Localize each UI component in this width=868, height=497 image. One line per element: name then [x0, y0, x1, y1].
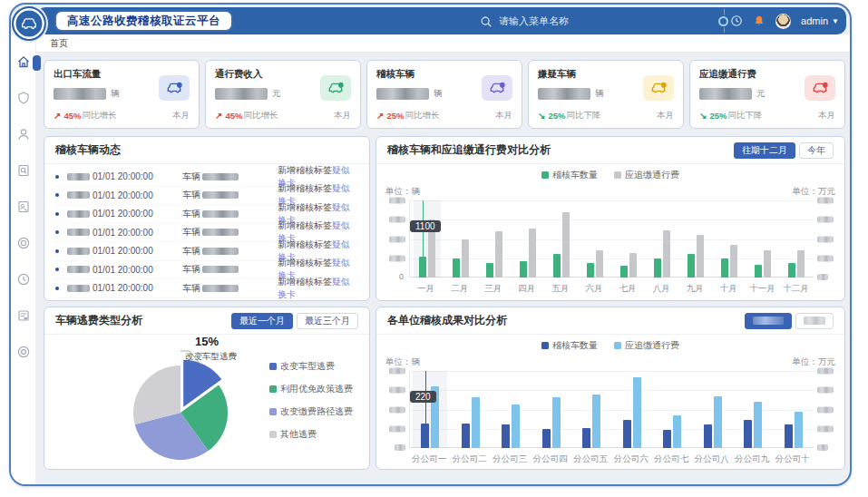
bar-应追缴通行费[interactable]: [562, 212, 570, 278]
bar-应追缴通行费[interactable]: [764, 250, 771, 278]
bar-稽核车数量[interactable]: [462, 424, 470, 449]
redacted-plate: [202, 210, 239, 218]
bar-稽核车数量[interactable]: [620, 266, 628, 278]
y-axis-right: [815, 200, 837, 278]
bar-稽核车数量[interactable]: [721, 258, 728, 278]
bar-稽核车数量[interactable]: [587, 263, 594, 278]
period-label: 本月: [657, 110, 674, 122]
bar-应追缴通行费[interactable]: [472, 397, 480, 448]
x-label: 十月: [720, 283, 737, 295]
range-button-thisyear[interactable]: 今年: [799, 142, 834, 159]
bar-稽核车数量[interactable]: [623, 420, 631, 448]
bar-应追缴通行费[interactable]: [596, 250, 603, 278]
stat-card-trend: ↗45%同比增长本月: [54, 110, 190, 122]
period-label: 本月: [334, 110, 351, 122]
bar-应追缴通行费[interactable]: [714, 396, 722, 448]
bar-应追缴通行费[interactable]: [552, 397, 561, 448]
bar-稽核车数量[interactable]: [785, 424, 793, 448]
range-button-1month[interactable]: 最近一个月: [231, 313, 293, 329]
file-user-icon: [16, 200, 31, 214]
bar-应追缴通行费[interactable]: [495, 231, 502, 278]
bar-应追缴通行费[interactable]: [629, 253, 637, 278]
sidebar-item-user[interactable]: [16, 127, 31, 141]
bar-应追缴通行费[interactable]: [529, 229, 536, 278]
unit-results-chart: 稽核车数量应追缴通行费单位：辆单位：万元220分公司一分公司二分公司三分公司四分…: [376, 335, 844, 470]
bar-应追缴通行费[interactable]: [633, 377, 641, 448]
tab-home[interactable]: 首页: [36, 37, 68, 50]
x-label: 五月: [551, 283, 569, 295]
bar-应追缴通行费[interactable]: [797, 250, 805, 278]
avatar[interactable]: [775, 14, 791, 29]
user-menu[interactable]: admin ▼: [801, 15, 839, 26]
trend-percent: 25%: [548, 111, 565, 121]
sidebar-item-file-user[interactable]: [16, 200, 31, 214]
bar-应追缴通行费[interactable]: [754, 402, 762, 448]
legend-item[interactable]: 利用优免政策逃费: [269, 383, 353, 395]
redacted-plate: [202, 266, 239, 273]
sidebar-item-record-circle[interactable]: [16, 236, 31, 250]
legend-swatch: [541, 342, 549, 349]
bar-稽核车数量[interactable]: [486, 263, 493, 278]
x-label: 四月: [518, 283, 535, 295]
legend-item[interactable]: 稽核车数量: [541, 169, 598, 181]
legend-swatch: [269, 408, 277, 415]
bar-应追缴通行费[interactable]: [663, 230, 670, 278]
panel-title: 稽核车辆动态: [55, 142, 121, 158]
legend-item[interactable]: 改变车型逃费: [269, 360, 353, 373]
legend-item[interactable]: 应追缴通行费: [614, 169, 679, 181]
bar-稽核车数量[interactable]: [654, 258, 661, 278]
report-icon: [16, 308, 31, 323]
x-label: 十二月: [783, 283, 809, 295]
bar-稽核车数量[interactable]: [755, 265, 762, 278]
bar-稽核车数量[interactable]: [663, 430, 671, 448]
bar-稽核车数量[interactable]: [582, 428, 590, 449]
bar-稽核车数量[interactable]: [704, 424, 712, 448]
activity-time: 01/01 20:00:00: [55, 283, 182, 293]
bullet-icon: [55, 287, 59, 290]
legend-item[interactable]: 其他逃费: [269, 428, 353, 441]
range-button-redacted-active[interactable]: [745, 313, 792, 329]
bar-稽核车数量[interactable]: [542, 429, 551, 448]
bar-应追缴通行费[interactable]: [697, 235, 704, 278]
legend-item[interactable]: 应追缴通行费: [614, 339, 679, 352]
bar-应追缴通行费[interactable]: [462, 239, 469, 278]
legend-item[interactable]: 改变缴费路径逃费: [269, 405, 353, 418]
sidebar-item-file-search[interactable]: [16, 163, 31, 178]
stat-card-2: 通行费收入元↗45%同比增长本月: [205, 60, 361, 129]
tooltip-marker-line: [423, 200, 424, 278]
range-button-past12[interactable]: 往期十二月: [734, 142, 795, 159]
bar-应追缴通行费[interactable]: [592, 395, 600, 448]
redacted-value: [699, 88, 752, 100]
sidebar-item-home[interactable]: [16, 54, 31, 69]
bar-应追缴通行费[interactable]: [512, 404, 520, 448]
clock-icon[interactable]: [730, 15, 743, 27]
axis-unit-left: 单位：辆: [385, 356, 420, 368]
range-button-redacted[interactable]: [795, 313, 834, 329]
bar-稽核车数量[interactable]: [788, 263, 795, 278]
pie-legend: 改变车型逃费利用优免政策逃费改变缴费路径逃费其他逃费: [269, 360, 353, 441]
bar-应追缴通行费[interactable]: [673, 415, 681, 448]
bar-稽核车数量[interactable]: [553, 254, 561, 278]
bar-稽核车数量[interactable]: [744, 420, 752, 448]
range-button-3months[interactable]: 最近三个月: [297, 313, 358, 329]
legend-swatch: [269, 363, 277, 370]
bell-icon[interactable]: [753, 15, 766, 27]
bar-稽核车数量[interactable]: [520, 261, 527, 278]
redacted-ytick: [817, 198, 834, 204]
bar-稽核车数量[interactable]: [502, 424, 510, 448]
stat-card-unit: 元: [272, 88, 281, 100]
stat-card-trend: ↗45%同比增长本月: [215, 110, 351, 122]
sidebar-item-clock[interactable]: [16, 272, 31, 287]
legend-item[interactable]: 稽核车数量: [541, 339, 598, 352]
tab-strip: 首页: [36, 34, 850, 53]
search-input[interactable]: 请输入菜单名称: [388, 14, 660, 29]
bar-应追缴通行费[interactable]: [795, 412, 803, 448]
trend-arrow-icon: ↘: [699, 111, 707, 121]
sidebar-item-shield[interactable]: [16, 91, 31, 105]
bar-应追缴通行费[interactable]: [730, 245, 737, 278]
bar-稽核车数量[interactable]: [453, 258, 460, 278]
redacted-value: [538, 88, 590, 100]
sidebar-item-target[interactable]: [16, 345, 31, 359]
sidebar-item-report[interactable]: [16, 308, 31, 323]
bar-稽核车数量[interactable]: [688, 254, 695, 278]
